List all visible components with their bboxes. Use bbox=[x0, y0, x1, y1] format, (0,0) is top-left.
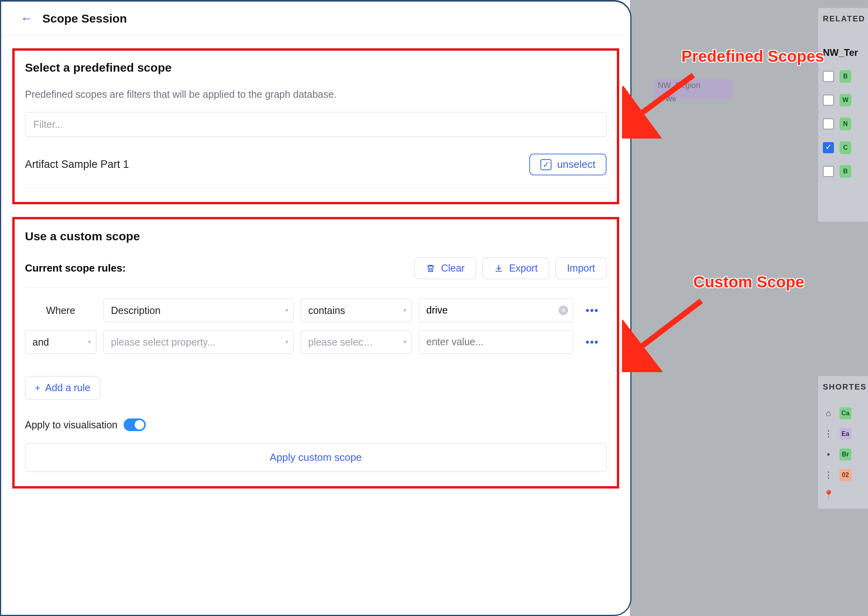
export-label: Export bbox=[509, 262, 538, 274]
value-input-1[interactable]: ✕ bbox=[419, 298, 573, 322]
rule-row-1: Where Description ▾ contains ▾ ✕ ••• bbox=[25, 298, 607, 322]
check-icon: ✓ bbox=[540, 159, 551, 170]
condition-select-2[interactable]: please selec… ▾ bbox=[301, 330, 412, 354]
shortest-header: SHORTES bbox=[823, 382, 868, 392]
value-input-2[interactable] bbox=[419, 330, 573, 354]
import-button[interactable]: Import bbox=[555, 257, 607, 279]
shortest-row[interactable]: ⋮02 bbox=[823, 469, 868, 481]
import-label: Import bbox=[567, 262, 595, 274]
related-row[interactable]: W bbox=[823, 94, 868, 106]
back-arrow-icon[interactable]: ← bbox=[20, 11, 33, 26]
where-label: Where bbox=[25, 305, 96, 316]
predefined-description: Predefined scopes are filters that will … bbox=[25, 89, 607, 100]
related-pill: B bbox=[839, 70, 851, 83]
shortest-pill: 02 bbox=[839, 469, 851, 481]
shortest-row[interactable]: 📍 bbox=[823, 490, 868, 500]
apply-custom-label: Apply custom scope bbox=[270, 451, 362, 463]
unselect-button[interactable]: ✓ unselect bbox=[529, 154, 607, 175]
related-row[interactable]: C bbox=[823, 141, 868, 154]
clear-label: Clear bbox=[441, 262, 465, 274]
property-placeholder-2: please select property... bbox=[111, 337, 216, 348]
apply-custom-scope-button[interactable]: Apply custom scope bbox=[25, 443, 607, 472]
related-checkbox[interactable] bbox=[823, 118, 834, 129]
related-checkbox[interactable] bbox=[823, 142, 834, 153]
related-row[interactable]: N bbox=[823, 118, 868, 130]
rule-row-2: and ▾ please select property... ▾ please… bbox=[25, 330, 607, 354]
shortest-pill: Ea bbox=[839, 428, 851, 440]
shortest-pill: Ca bbox=[839, 407, 851, 419]
related-pill: C bbox=[839, 141, 851, 154]
clear-button[interactable]: Clear bbox=[414, 257, 476, 279]
clear-input-icon[interactable]: ✕ bbox=[559, 306, 568, 315]
dialog-title: Scope Session bbox=[42, 12, 127, 25]
predefined-scope-item: Artifact Sample Part 1 ✓ unselect bbox=[25, 137, 607, 188]
chevron-down-icon: ▾ bbox=[403, 336, 406, 348]
apply-vis-label: Apply to visualisation bbox=[25, 419, 117, 431]
graph-subnode-label: We bbox=[666, 95, 676, 103]
value-field-2[interactable] bbox=[426, 336, 554, 348]
export-button[interactable]: Export bbox=[483, 257, 549, 279]
chevron-down-icon: ▾ bbox=[88, 336, 91, 348]
condition-select-1[interactable]: contains ▾ bbox=[301, 298, 412, 322]
unselect-label: unselect bbox=[557, 158, 595, 171]
add-rule-button[interactable]: + Add a rule bbox=[25, 376, 100, 399]
rule-more-button-1[interactable]: ••• bbox=[580, 304, 604, 317]
conjunction-select[interactable]: and ▾ bbox=[25, 330, 96, 354]
related-header: RELATED bbox=[823, 14, 868, 23]
property-select-1[interactable]: Description ▾ bbox=[103, 298, 294, 322]
predefined-heading: Select a predefined scope bbox=[25, 61, 607, 74]
shortest-row[interactable]: ⋮Ea bbox=[823, 428, 868, 440]
custom-scope-section: Use a custom scope Current scope rules: … bbox=[12, 217, 619, 489]
apply-vis-toggle[interactable] bbox=[124, 418, 146, 431]
related-checkbox[interactable] bbox=[823, 71, 834, 82]
dialog-header: ← Scope Session bbox=[1, 2, 630, 36]
related-pill: W bbox=[839, 94, 851, 106]
property-value-1: Description bbox=[111, 305, 160, 316]
divider bbox=[25, 287, 607, 287]
chevron-down-icon: ▾ bbox=[403, 304, 406, 316]
shortest-pill: Br bbox=[839, 449, 851, 460]
download-icon bbox=[494, 264, 504, 273]
related-panel: RELATED NW_Ter BWNCB bbox=[818, 8, 868, 222]
related-subheader: NW_Ter bbox=[823, 47, 868, 58]
current-rules-label: Current scope rules: bbox=[25, 262, 126, 274]
value-field-1[interactable] bbox=[426, 304, 554, 316]
rule-more-button-2[interactable]: ••• bbox=[580, 336, 604, 348]
dot-icon: • bbox=[823, 449, 834, 460]
condition-placeholder-2: please selec… bbox=[308, 337, 373, 348]
dots-icon: ⋮ bbox=[823, 470, 834, 480]
home-icon: ⌂ bbox=[823, 408, 834, 418]
chevron-down-icon: ▾ bbox=[285, 336, 288, 348]
related-checkbox[interactable] bbox=[823, 95, 834, 106]
trash-icon bbox=[426, 264, 435, 273]
related-pill: N bbox=[839, 118, 851, 130]
related-checkbox[interactable] bbox=[823, 166, 834, 177]
predefined-scope-section: Select a predefined scope Predefined sco… bbox=[12, 48, 619, 204]
related-pill: B bbox=[839, 165, 851, 178]
shortest-row[interactable]: ⌂Ca bbox=[823, 407, 868, 419]
custom-heading: Use a custom scope bbox=[25, 230, 607, 243]
shortest-panel: SHORTES ⌂Ca⋮Ea•Br⋮02📍 bbox=[818, 376, 868, 509]
scope-session-dialog: ← Scope Session Select a predefined scop… bbox=[0, 0, 631, 616]
related-row[interactable]: B bbox=[823, 165, 868, 178]
related-row[interactable]: B bbox=[823, 70, 868, 83]
chevron-down-icon: ▾ bbox=[285, 304, 288, 316]
condition-value-1: contains bbox=[308, 305, 345, 316]
graph-node-label: NW_Region bbox=[658, 81, 700, 89]
plus-icon: + bbox=[35, 382, 40, 394]
predefined-filter-input[interactable] bbox=[25, 112, 607, 137]
conjunction-value: and bbox=[32, 337, 49, 348]
dots-icon: ⋮ bbox=[823, 429, 834, 439]
property-select-2[interactable]: please select property... ▾ bbox=[103, 330, 294, 354]
shortest-row[interactable]: •Br bbox=[823, 449, 868, 460]
predefined-scope-name: Artifact Sample Part 1 bbox=[25, 158, 129, 171]
add-rule-label: Add a rule bbox=[45, 382, 90, 394]
pin-icon: 📍 bbox=[823, 490, 834, 500]
